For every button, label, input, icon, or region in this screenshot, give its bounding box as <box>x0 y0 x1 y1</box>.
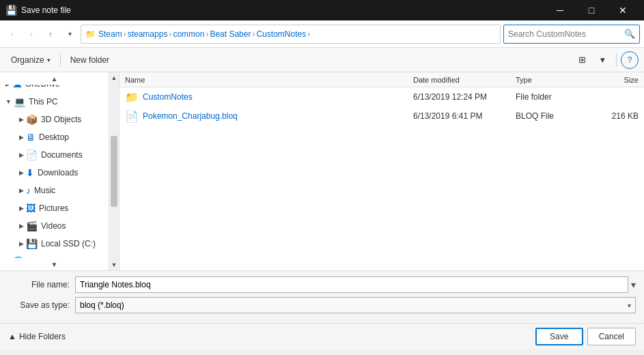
view-button[interactable]: ⊞ <box>572 51 591 69</box>
cancel-button[interactable]: Cancel <box>587 328 636 345</box>
up-button[interactable]: ↑ <box>42 26 59 42</box>
sidebar-scroll-up[interactable]: ▲ <box>0 72 109 85</box>
forward-button[interactable]: › <box>23 26 40 42</box>
toolbar-separator <box>60 53 61 67</box>
breadcrumb[interactable]: 📁 Steam › steamapps › common › Beat Sabe… <box>81 25 501 44</box>
file-icon: 📄 <box>125 110 139 123</box>
column-name[interactable]: Name <box>125 76 413 84</box>
sidebar-item-local-ssd[interactable]: ▶ 💾 Local SSD (C:) <box>14 235 109 253</box>
close-button[interactable]: ✕ <box>607 0 639 20</box>
maximize-button[interactable]: □ <box>576 0 607 20</box>
hide-folders-arrow-icon: ▲ <box>8 332 16 341</box>
sidebar-item-downloads[interactable]: ▶ ⬇ Downloads <box>14 164 109 182</box>
search-icon: 🔍 <box>624 29 635 39</box>
new-folder-button[interactable]: New folder <box>65 51 115 69</box>
arrow-icon: ▶ <box>19 116 24 123</box>
file-type-cell: File folder <box>516 92 584 102</box>
toolbar: Organize ▾ New folder ⊞ ▾ ? <box>0 48 644 72</box>
sidebar-item-music[interactable]: ▶ ♪ Music <box>14 182 109 199</box>
table-row[interactable]: 📄 Pokemon_Charjabug.bloq 6/13/2019 6:41 … <box>120 106 644 126</box>
file-date-cell: 6/13/2019 6:41 PM <box>413 111 516 121</box>
sidebar-item-documents[interactable]: ▶ 📄 Documents <box>14 146 109 164</box>
breadcrumb-part3: common <box>173 29 204 39</box>
arrow-icon: ▶ <box>19 240 24 247</box>
scrollbar-thumb[interactable] <box>111 136 117 206</box>
search-box[interactable]: 🔍 <box>503 25 640 44</box>
save-button[interactable]: Save <box>535 328 583 345</box>
minimize-button[interactable]: ─ <box>544 0 576 20</box>
title-bar: 💾 Save note file ─ □ ✕ <box>0 0 644 20</box>
hide-folders-button[interactable]: ▲ Hide Folders <box>8 332 66 341</box>
arrow-icon: ▶ <box>19 134 24 141</box>
savetype-row: Save as type: bloq (*.bloq) ▾ <box>8 297 636 313</box>
organize-button[interactable]: Organize ▾ <box>5 51 56 69</box>
sidebar-label-local-ssd: Local SSD (C:) <box>41 239 96 248</box>
scrollbar-track[interactable] <box>109 83 119 259</box>
desktop-icon: 🖥 <box>26 132 36 143</box>
sidebar-label-videos: Videos <box>41 221 66 231</box>
arrow-icon: ▶ <box>19 169 24 176</box>
help-button[interactable]: ? <box>621 51 639 69</box>
breadcrumb-part2: steamapps <box>128 29 168 39</box>
file-area: Name Date modified Type Size 📁 CustomNot… <box>120 72 644 270</box>
column-date-modified[interactable]: Date modified <box>413 76 516 84</box>
recent-button[interactable]: ▾ <box>61 26 78 42</box>
savetype-dropdown[interactable]: bloq (*.bloq) ▾ <box>75 297 636 313</box>
sidebar-scroll-down[interactable]: ▼ <box>0 258 109 270</box>
pc-icon: 💻 <box>14 96 25 107</box>
address-bar: ‹ › ↑ ▾ 📁 Steam › steamapps › common › B… <box>0 20 644 48</box>
file-size-cell: 216 KB <box>584 111 639 121</box>
title-text: Save note file <box>21 5 540 15</box>
file-name-cell: Pokemon_Charjabug.bloq <box>143 111 413 121</box>
pictures-icon: 🖼 <box>26 203 36 214</box>
music-icon: ♪ <box>26 185 31 196</box>
file-list-header: Name Date modified Type Size <box>120 72 644 87</box>
sidebar-item-this-pc[interactable]: ▼ 💻 This PC <box>0 93 109 111</box>
sidebar-item-videos[interactable]: ▶ 🎬 Videos <box>14 217 109 235</box>
column-type[interactable]: Type <box>516 76 584 84</box>
filename-row: File name: ▾ <box>8 276 636 293</box>
title-icon: 💾 <box>5 5 17 16</box>
search-input[interactable] <box>508 29 624 39</box>
3d-objects-icon: 📦 <box>26 114 38 125</box>
view-arrow-button[interactable]: ▾ <box>593 51 612 69</box>
arrow-icon: ▶ <box>19 187 24 194</box>
scroll-up-arrow[interactable]: ▲ <box>109 72 119 83</box>
file-type-cell: BLOQ File <box>516 111 584 121</box>
toolbar-separator2 <box>616 53 617 67</box>
footer: ▲ Hide Folders Save Cancel <box>0 323 644 350</box>
sidebar-label-this-pc: This PC <box>29 97 58 106</box>
savetype-label: Save as type: <box>8 300 70 310</box>
hide-folders-label: Hide Folders <box>19 332 66 341</box>
sidebar-item-desktop[interactable]: ▶ 🖥 Desktop <box>14 128 109 146</box>
filename-label: File name: <box>8 280 70 289</box>
sidebar-label-documents: Documents <box>41 150 83 160</box>
filename-input[interactable] <box>75 276 628 293</box>
breadcrumb-part4: Beat Saber <box>210 29 251 39</box>
organize-label: Organize <box>11 55 44 65</box>
sidebar-label-pictures: Pictures <box>39 203 68 213</box>
sidebar-label-desktop: Desktop <box>39 132 69 142</box>
column-size[interactable]: Size <box>584 76 639 84</box>
savetype-arrow-icon: ▾ <box>628 302 631 309</box>
scroll-down-arrow[interactable]: ▼ <box>109 259 119 270</box>
arrow-icon: ▼ <box>5 98 12 105</box>
sidebar-label-music: Music <box>34 186 55 195</box>
sidebar-item-3d-objects[interactable]: ▶ 📦 3D Objects <box>14 111 109 128</box>
main-content: ▲ ▶ ☁ OneDrive ▼ 💻 This PC ▶ 📦 3D Object… <box>0 72 644 270</box>
folder-icon: 📁 <box>125 91 139 104</box>
filename-dropdown-arrow[interactable]: ▾ <box>631 279 636 290</box>
sidebar-scrollbar[interactable]: ▲ ▼ <box>109 72 120 270</box>
videos-icon: 🎬 <box>26 221 38 231</box>
file-name-cell: CustomNotes <box>143 92 413 102</box>
back-button[interactable]: ‹ <box>4 26 20 42</box>
file-date-cell: 6/13/2019 12:24 PM <box>413 92 516 102</box>
organize-arrow-icon: ▾ <box>47 57 51 63</box>
documents-icon: 📄 <box>26 150 38 160</box>
window-controls: ─ □ ✕ <box>544 0 639 20</box>
sidebar: ▲ ▶ ☁ OneDrive ▼ 💻 This PC ▶ 📦 3D Object… <box>0 72 109 270</box>
downloads-icon: ⬇ <box>26 167 34 178</box>
table-row[interactable]: 📁 CustomNotes 6/13/2019 12:24 PM File fo… <box>120 87 644 106</box>
sidebar-item-pictures[interactable]: ▶ 🖼 Pictures <box>14 199 109 217</box>
arrow-icon: ▶ <box>19 205 24 212</box>
